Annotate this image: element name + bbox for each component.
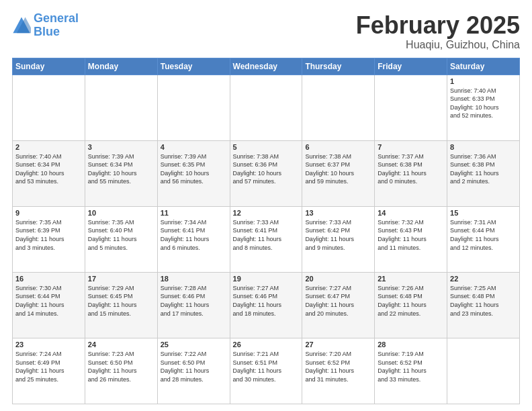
day-info: Sunrise: 7:27 AM Sunset: 6:46 PM Dayligh… bbox=[233, 284, 300, 318]
month-title: February 2025 bbox=[356, 12, 520, 39]
calendar-cell: 10Sunrise: 7:35 AM Sunset: 6:40 PM Dayli… bbox=[85, 206, 157, 272]
calendar-cell: 18Sunrise: 7:28 AM Sunset: 6:46 PM Dayli… bbox=[157, 272, 230, 338]
day-number: 25 bbox=[161, 340, 227, 349]
calendar-week-1: 2Sunrise: 7:40 AM Sunset: 6:34 PM Daylig… bbox=[13, 140, 520, 206]
calendar-cell: 9Sunrise: 7:35 AM Sunset: 6:39 PM Daylig… bbox=[13, 206, 85, 272]
day-number: 2 bbox=[15, 143, 82, 151]
calendar-cell bbox=[157, 75, 230, 140]
day-info: Sunrise: 7:25 AM Sunset: 6:48 PM Dayligh… bbox=[450, 284, 517, 318]
day-number: 1 bbox=[450, 77, 517, 85]
logo-icon bbox=[12, 16, 31, 35]
day-number: 12 bbox=[233, 209, 300, 217]
calendar-cell: 24Sunrise: 7:23 AM Sunset: 6:50 PM Dayli… bbox=[85, 338, 157, 404]
day-number: 19 bbox=[233, 275, 300, 283]
calendar-cell bbox=[302, 75, 375, 140]
calendar-cell: 8Sunrise: 7:36 AM Sunset: 6:38 PM Daylig… bbox=[447, 140, 520, 206]
day-info: Sunrise: 7:29 AM Sunset: 6:45 PM Dayligh… bbox=[88, 284, 154, 318]
day-number: 10 bbox=[88, 209, 154, 217]
logo-text: General Blue bbox=[34, 12, 79, 39]
day-number: 9 bbox=[15, 209, 82, 217]
col-thursday: Thursday bbox=[302, 58, 375, 75]
day-number: 28 bbox=[378, 340, 444, 349]
day-number: 13 bbox=[305, 209, 371, 217]
day-info: Sunrise: 7:26 AM Sunset: 6:48 PM Dayligh… bbox=[378, 284, 444, 318]
day-info: Sunrise: 7:35 AM Sunset: 6:39 PM Dayligh… bbox=[15, 218, 82, 252]
calendar-cell: 23Sunrise: 7:24 AM Sunset: 6:49 PM Dayli… bbox=[13, 338, 85, 404]
col-wednesday: Wednesday bbox=[230, 58, 302, 75]
calendar-cell: 21Sunrise: 7:26 AM Sunset: 6:48 PM Dayli… bbox=[375, 272, 447, 338]
day-info: Sunrise: 7:28 AM Sunset: 6:46 PM Dayligh… bbox=[161, 284, 227, 318]
day-info: Sunrise: 7:22 AM Sunset: 6:50 PM Dayligh… bbox=[161, 350, 227, 383]
calendar-cell: 7Sunrise: 7:37 AM Sunset: 6:38 PM Daylig… bbox=[375, 140, 447, 206]
day-info: Sunrise: 7:39 AM Sunset: 6:35 PM Dayligh… bbox=[161, 152, 227, 186]
calendar-week-4: 23Sunrise: 7:24 AM Sunset: 6:49 PM Dayli… bbox=[13, 338, 520, 404]
calendar-cell: 27Sunrise: 7:20 AM Sunset: 6:52 PM Dayli… bbox=[302, 338, 375, 404]
calendar-cell bbox=[230, 75, 302, 140]
calendar-cell: 15Sunrise: 7:31 AM Sunset: 6:44 PM Dayli… bbox=[447, 206, 520, 272]
title-block: February 2025 Huaqiu, Guizhou, China bbox=[356, 12, 520, 51]
location: Huaqiu, Guizhou, China bbox=[356, 39, 520, 51]
day-info: Sunrise: 7:19 AM Sunset: 6:52 PM Dayligh… bbox=[378, 350, 444, 383]
calendar-cell: 12Sunrise: 7:33 AM Sunset: 6:41 PM Dayli… bbox=[230, 206, 302, 272]
day-number: 6 bbox=[305, 143, 371, 151]
calendar-cell: 22Sunrise: 7:25 AM Sunset: 6:48 PM Dayli… bbox=[447, 272, 520, 338]
day-number: 23 bbox=[15, 340, 82, 349]
day-number: 16 bbox=[15, 275, 82, 283]
col-monday: Monday bbox=[85, 58, 157, 75]
day-info: Sunrise: 7:33 AM Sunset: 6:42 PM Dayligh… bbox=[305, 218, 371, 252]
calendar-cell: 19Sunrise: 7:27 AM Sunset: 6:46 PM Dayli… bbox=[230, 272, 302, 338]
day-info: Sunrise: 7:32 AM Sunset: 6:43 PM Dayligh… bbox=[378, 218, 444, 252]
calendar-cell: 25Sunrise: 7:22 AM Sunset: 6:50 PM Dayli… bbox=[157, 338, 230, 404]
day-number: 26 bbox=[233, 340, 300, 349]
day-info: Sunrise: 7:20 AM Sunset: 6:52 PM Dayligh… bbox=[305, 350, 371, 383]
day-number: 3 bbox=[88, 143, 154, 151]
calendar-cell bbox=[447, 338, 520, 404]
day-info: Sunrise: 7:27 AM Sunset: 6:47 PM Dayligh… bbox=[305, 284, 371, 318]
calendar-week-2: 9Sunrise: 7:35 AM Sunset: 6:39 PM Daylig… bbox=[13, 206, 520, 272]
logo-line1: General bbox=[34, 11, 79, 25]
logo-line2: Blue bbox=[34, 25, 60, 38]
calendar-cell: 11Sunrise: 7:34 AM Sunset: 6:41 PM Dayli… bbox=[157, 206, 230, 272]
col-saturday: Saturday bbox=[447, 58, 520, 75]
day-number: 4 bbox=[161, 143, 227, 151]
day-number: 5 bbox=[233, 143, 300, 151]
calendar-cell: 5Sunrise: 7:38 AM Sunset: 6:36 PM Daylig… bbox=[230, 140, 302, 206]
day-info: Sunrise: 7:24 AM Sunset: 6:49 PM Dayligh… bbox=[15, 350, 82, 383]
day-number: 11 bbox=[161, 209, 227, 217]
day-number: 24 bbox=[88, 340, 154, 349]
calendar-cell: 2Sunrise: 7:40 AM Sunset: 6:34 PM Daylig… bbox=[13, 140, 85, 206]
day-number: 14 bbox=[378, 209, 444, 217]
day-info: Sunrise: 7:33 AM Sunset: 6:41 PM Dayligh… bbox=[233, 218, 300, 252]
header: General Blue February 2025 Huaqiu, Guizh… bbox=[12, 12, 520, 51]
calendar-cell bbox=[13, 75, 85, 140]
day-info: Sunrise: 7:39 AM Sunset: 6:34 PM Dayligh… bbox=[88, 152, 154, 186]
day-info: Sunrise: 7:21 AM Sunset: 6:51 PM Dayligh… bbox=[233, 350, 300, 383]
day-number: 7 bbox=[378, 143, 444, 151]
calendar-cell bbox=[85, 75, 157, 140]
calendar-cell: 6Sunrise: 7:38 AM Sunset: 6:37 PM Daylig… bbox=[302, 140, 375, 206]
day-number: 15 bbox=[450, 209, 517, 217]
day-info: Sunrise: 7:38 AM Sunset: 6:37 PM Dayligh… bbox=[305, 152, 371, 186]
day-number: 27 bbox=[305, 340, 371, 349]
calendar-cell: 1Sunrise: 7:40 AM Sunset: 6:33 PM Daylig… bbox=[447, 75, 520, 140]
day-number: 18 bbox=[161, 275, 227, 283]
day-info: Sunrise: 7:30 AM Sunset: 6:44 PM Dayligh… bbox=[15, 284, 82, 318]
page: General Blue February 2025 Huaqiu, Guizh… bbox=[0, 0, 532, 411]
day-number: 8 bbox=[450, 143, 517, 151]
day-number: 22 bbox=[450, 275, 517, 283]
calendar-cell: 16Sunrise: 7:30 AM Sunset: 6:44 PM Dayli… bbox=[13, 272, 85, 338]
calendar-cell: 20Sunrise: 7:27 AM Sunset: 6:47 PM Dayli… bbox=[302, 272, 375, 338]
calendar-header-row: Sunday Monday Tuesday Wednesday Thursday… bbox=[13, 58, 520, 75]
calendar-table: Sunday Monday Tuesday Wednesday Thursday… bbox=[12, 58, 520, 404]
day-info: Sunrise: 7:34 AM Sunset: 6:41 PM Dayligh… bbox=[161, 218, 227, 252]
day-number: 21 bbox=[378, 275, 444, 283]
calendar-week-3: 16Sunrise: 7:30 AM Sunset: 6:44 PM Dayli… bbox=[13, 272, 520, 338]
calendar-week-0: 1Sunrise: 7:40 AM Sunset: 6:33 PM Daylig… bbox=[13, 75, 520, 140]
day-info: Sunrise: 7:37 AM Sunset: 6:38 PM Dayligh… bbox=[378, 152, 444, 186]
calendar-cell: 14Sunrise: 7:32 AM Sunset: 6:43 PM Dayli… bbox=[375, 206, 447, 272]
calendar-cell: 3Sunrise: 7:39 AM Sunset: 6:34 PM Daylig… bbox=[85, 140, 157, 206]
calendar-cell: 13Sunrise: 7:33 AM Sunset: 6:42 PM Dayli… bbox=[302, 206, 375, 272]
col-friday: Friday bbox=[375, 58, 447, 75]
calendar-cell: 17Sunrise: 7:29 AM Sunset: 6:45 PM Dayli… bbox=[85, 272, 157, 338]
day-info: Sunrise: 7:38 AM Sunset: 6:36 PM Dayligh… bbox=[233, 152, 300, 186]
